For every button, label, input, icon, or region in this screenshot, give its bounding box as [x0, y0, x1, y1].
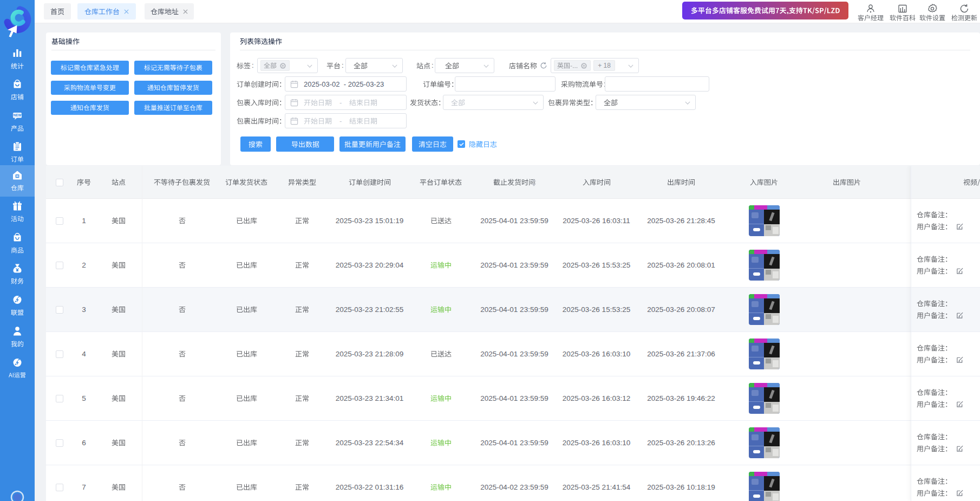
- svg-text:NEW: NEW: [14, 113, 22, 117]
